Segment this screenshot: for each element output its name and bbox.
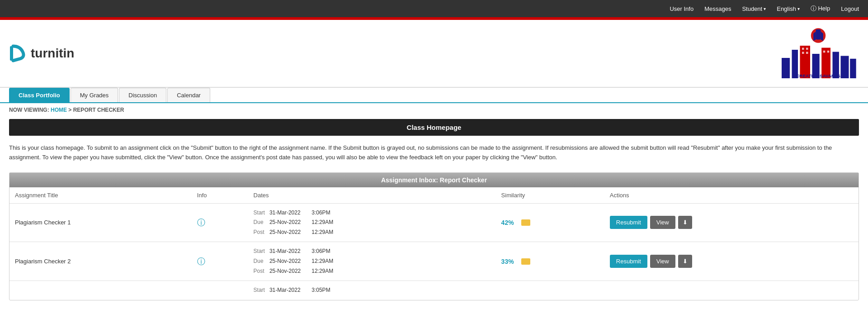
logo-area: turnitin — [9, 44, 74, 67]
due-time-2: 12:29AM — [311, 258, 333, 264]
english-chevron-icon: ▾ — [797, 6, 800, 11]
start-date-3: 31-Mar-2022 — [269, 285, 310, 295]
breadcrumb: NOW VIEWING: HOME > REPORT CHECKER — [0, 103, 868, 117]
similarity-bar-2 — [521, 258, 530, 265]
assignment-dates-3: Start 31-Mar-2022 3:05PM — [248, 281, 496, 300]
col-info: Info — [192, 187, 248, 204]
info-icon-1[interactable]: ⓘ — [197, 218, 205, 227]
assignment-title-1: Plagiarism Checker 1 — [9, 203, 192, 242]
assignment-title-2: Plagiarism Checker 2 — [9, 242, 192, 281]
start-time-3: 3:05PM — [311, 287, 330, 293]
logout-link[interactable]: Logout — [836, 2, 863, 16]
start-date-2: 31-Mar-2022 — [269, 247, 310, 257]
svg-rect-11 — [802, 52, 804, 54]
table-row: Plagiarism Checker 2 ⓘ Start 31-Mar-2022… — [9, 242, 859, 281]
page-header: turnitin CREATIVE SAVANTS — [0, 20, 868, 88]
breadcrumb-separator: > — [68, 107, 73, 113]
due-label-2: Due — [254, 257, 268, 266]
english-dropdown[interactable]: English ▾ — [772, 2, 804, 16]
svg-rect-14 — [827, 51, 830, 53]
messages-link[interactable]: Messages — [700, 2, 736, 16]
post-date-1: 25-Nov-2022 — [269, 228, 310, 238]
post-time-2: 12:29AM — [311, 268, 333, 274]
col-similarity: Similarity — [496, 187, 604, 204]
tab-discussion[interactable]: Discussion — [119, 88, 166, 102]
assignment-dates-1: Start 31-Mar-2022 3:06PM Due 25-Nov-2022… — [248, 203, 496, 242]
svg-rect-7 — [841, 56, 849, 79]
class-homepage-description: This is your class homepage. To submit t… — [0, 138, 868, 168]
due-time-1: 12:29AM — [311, 219, 333, 225]
svg-rect-1 — [782, 58, 790, 78]
similarity-pct-1: 42% — [501, 219, 518, 226]
help-link[interactable]: ⓘ Help — [806, 1, 835, 16]
turnitin-logo-text: turnitin — [31, 46, 74, 61]
inbox-header: Assignment Inbox: Report Checker — [9, 173, 859, 187]
creative-savants-logo: CREATIVE SAVANTS — [778, 24, 859, 83]
assignment-actions-1: Resubmit View ⬇ — [604, 203, 859, 242]
user-info-link[interactable]: User Info — [665, 2, 698, 16]
assignment-similarity-2: 33% — [496, 242, 604, 281]
svg-rect-8 — [850, 59, 856, 78]
table-header-row: Assignment Title Info Dates Similarity A… — [9, 187, 859, 204]
assignment-similarity-3 — [496, 281, 604, 300]
svg-rect-13 — [823, 51, 826, 53]
navigation-tabs: Class Portfolio My Grades Discussion Cal… — [0, 88, 868, 103]
download-button-2[interactable]: ⬇ — [678, 255, 692, 268]
similarity-bar-1 — [521, 219, 530, 226]
post-label-1: Post — [254, 228, 268, 238]
tab-class-portfolio[interactable]: Class Portfolio — [9, 88, 70, 102]
start-label-3: Start — [254, 285, 268, 295]
col-dates: Dates — [248, 187, 496, 204]
top-navigation: User Info Messages Student ▾ English ▾ ⓘ… — [0, 0, 868, 17]
download-button-1[interactable]: ⬇ — [678, 216, 692, 229]
download-icon-2: ⬇ — [683, 258, 688, 265]
student-chevron-icon: ▾ — [764, 6, 766, 11]
start-label-2: Start — [254, 247, 268, 257]
start-time-2: 3:06PM — [311, 248, 330, 254]
tab-calendar[interactable]: Calendar — [167, 88, 210, 102]
start-label-1: Start — [254, 208, 268, 218]
svg-rect-0 — [10, 46, 13, 61]
assignment-info-1: ⓘ — [192, 203, 248, 242]
assignment-actions-3 — [604, 281, 859, 300]
right-logo-area: CREATIVE SAVANTS — [778, 24, 859, 87]
table-row: Start 31-Mar-2022 3:05PM — [9, 281, 859, 300]
svg-rect-12 — [806, 52, 808, 54]
similarity-pct-2: 33% — [501, 258, 518, 265]
assignment-inbox: Assignment Inbox: Report Checker Assignm… — [9, 172, 859, 300]
due-date-1: 25-Nov-2022 — [269, 218, 310, 228]
assignment-actions-2: Resubmit View ⬇ — [604, 242, 859, 281]
assignment-info-2: ⓘ — [192, 242, 248, 281]
svg-text:CREATIVE SAVANTS: CREATIVE SAVANTS — [796, 73, 840, 78]
breadcrumb-current: REPORT CHECKER — [73, 107, 124, 113]
breadcrumb-home[interactable]: HOME — [51, 107, 67, 113]
start-date-1: 31-Mar-2022 — [269, 208, 310, 218]
svg-rect-9 — [802, 48, 804, 50]
post-label-2: Post — [254, 266, 268, 276]
turnitin-logo-icon — [9, 44, 27, 62]
resubmit-button-1[interactable]: Resubmit — [610, 216, 647, 229]
svg-rect-16 — [816, 29, 821, 40]
download-icon-1: ⬇ — [683, 219, 688, 226]
table-row: Plagiarism Checker 1 ⓘ Start 31-Mar-2022… — [9, 203, 859, 242]
class-homepage-header: Class Homepage — [9, 119, 859, 136]
col-actions: Actions — [604, 187, 859, 204]
post-date-2: 25-Nov-2022 — [269, 266, 310, 276]
help-icon: ⓘ — [811, 5, 816, 12]
assignment-similarity-1: 42% — [496, 203, 604, 242]
assignment-title-3 — [9, 281, 192, 300]
resubmit-button-2[interactable]: Resubmit — [610, 255, 647, 268]
svg-rect-10 — [806, 48, 808, 50]
view-button-2[interactable]: View — [650, 255, 675, 268]
student-dropdown[interactable]: Student ▾ — [737, 2, 770, 16]
tab-my-grades[interactable]: My Grades — [71, 88, 118, 102]
breadcrumb-prefix: NOW VIEWING: — [9, 107, 49, 113]
info-icon-2[interactable]: ⓘ — [197, 257, 205, 266]
start-time-1: 3:06PM — [311, 209, 330, 216]
due-date-2: 25-Nov-2022 — [269, 257, 310, 266]
post-time-1: 12:29AM — [311, 229, 333, 235]
view-button-1[interactable]: View — [650, 216, 675, 229]
due-label-1: Due — [254, 218, 268, 228]
assignment-info-3 — [192, 281, 248, 300]
col-assignment-title: Assignment Title — [9, 187, 192, 204]
